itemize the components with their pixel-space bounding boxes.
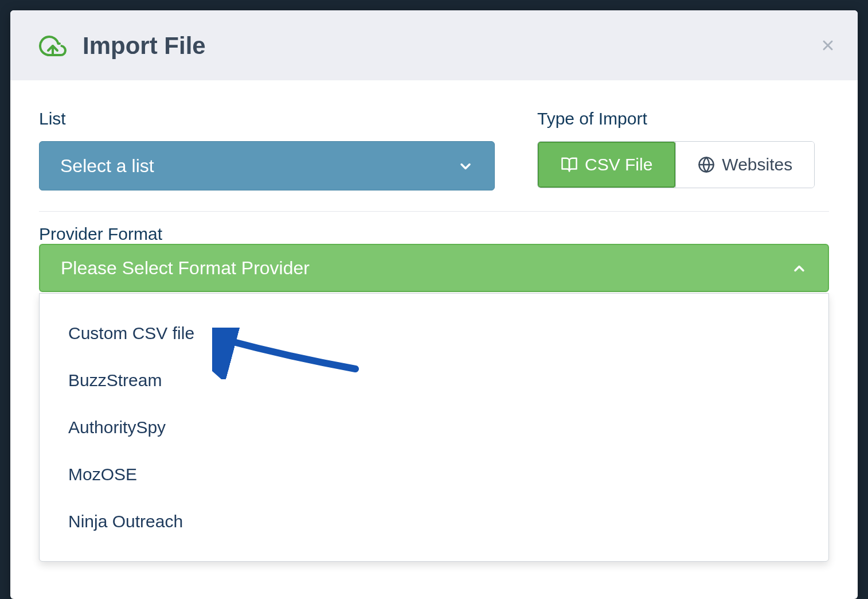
provider-format-section: Provider Format Please Select Format Pro…	[39, 224, 829, 562]
websites-label: Websites	[722, 155, 792, 174]
provider-option-ninja-outreach[interactable]: Ninja Outreach	[40, 498, 828, 545]
websites-toggle[interactable]: Websites	[675, 142, 814, 188]
provider-option-custom-csv[interactable]: Custom CSV file	[40, 310, 828, 357]
list-label: List	[39, 109, 495, 129]
csv-file-toggle[interactable]: CSV File	[538, 142, 675, 188]
chevron-up-icon	[791, 260, 807, 276]
form-row-top: List Select a list Type of Import	[39, 109, 829, 212]
list-select[interactable]: Select a list	[39, 141, 495, 190]
modal-body: List Select a list Type of Import	[10, 80, 858, 562]
list-field-group: List Select a list	[39, 109, 495, 190]
list-select-placeholder: Select a list	[60, 155, 154, 177]
csv-file-label: CSV File	[585, 155, 652, 174]
import-file-modal: Import File List Select a list	[10, 10, 858, 599]
type-of-import-label: Type of Import	[537, 109, 815, 129]
globe-icon	[698, 156, 715, 173]
modal-header: Import File	[10, 10, 858, 80]
chevron-down-icon	[458, 158, 474, 174]
provider-option-authorityspy[interactable]: AuthoritySpy	[40, 404, 828, 451]
provider-dropdown-menu: Custom CSV file BuzzStream AuthoritySpy …	[39, 293, 829, 562]
book-icon	[561, 156, 578, 173]
provider-option-mozose[interactable]: MozOSE	[40, 451, 828, 498]
provider-option-buzzstream[interactable]: BuzzStream	[40, 357, 828, 404]
provider-select-placeholder: Please Select Format Provider	[61, 258, 310, 279]
cloud-upload-icon	[39, 32, 67, 60]
provider-format-label: Provider Format	[39, 224, 162, 243]
close-button[interactable]	[820, 34, 836, 57]
close-icon	[820, 33, 836, 58]
import-type-toggle: CSV File Websites	[537, 141, 815, 188]
provider-format-select[interactable]: Please Select Format Provider	[39, 244, 829, 292]
modal-title: Import File	[83, 32, 206, 60]
type-of-import-group: Type of Import CSV File	[537, 109, 815, 190]
